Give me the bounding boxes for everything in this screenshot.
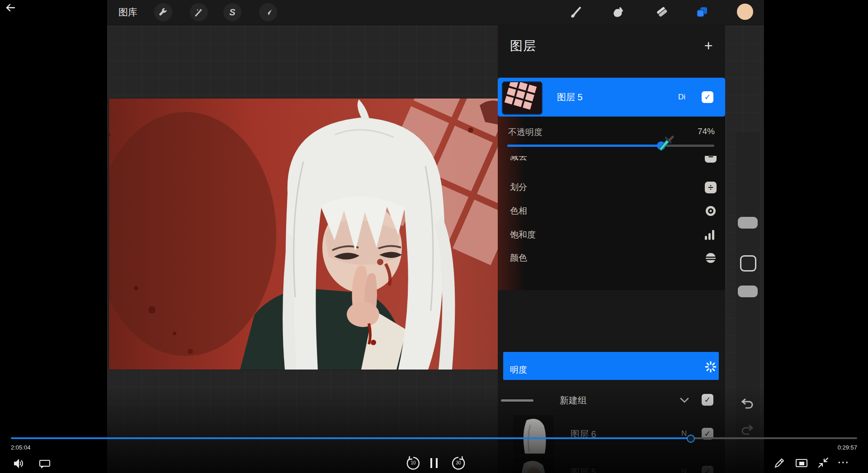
layer-visibility-checkbox[interactable]: ✓ xyxy=(702,91,713,103)
gallery-button[interactable]: 图库 xyxy=(118,6,137,19)
actions-wrench-button[interactable] xyxy=(154,3,172,21)
opacity-slider-fill xyxy=(507,145,660,147)
opacity-slider[interactable] xyxy=(507,145,714,147)
blend-mode-badge[interactable]: Di xyxy=(678,78,685,117)
chevron-down-icon[interactable] xyxy=(679,395,690,406)
transform-arrow-button[interactable] xyxy=(259,3,277,21)
blend-mode-badge[interactable]: N xyxy=(681,467,687,473)
blend-mode-row-saturation[interactable]: 饱和度 xyxy=(498,223,721,247)
progress-bar-fill xyxy=(11,437,690,439)
layers-panel: 图层 + 图层 5 Di ✓ 不透明度 74% 减去 − xyxy=(498,25,725,473)
adjustments-wand-button[interactable] xyxy=(190,3,208,21)
progress-knob[interactable] xyxy=(687,435,695,443)
transform-arrow-icon xyxy=(263,7,273,17)
layer-name: 图层 5 xyxy=(557,78,583,117)
opacity-value: 74% xyxy=(671,126,715,136)
color-blend-icon xyxy=(705,252,717,264)
modify-button[interactable] xyxy=(740,255,756,272)
eraser-icon xyxy=(656,5,669,19)
blend-dropdown: 不透明度 74% 减去 − 划分 ÷ 色相 饱和度 xyxy=(498,117,725,290)
group-visibility-checkbox[interactable]: ✓ xyxy=(702,394,713,406)
subtract-icon: − xyxy=(705,156,717,163)
brush-opacity-slider-handle[interactable] xyxy=(738,286,758,297)
smudge-finger-icon xyxy=(611,5,625,19)
group-row[interactable]: 新建组 ✓ xyxy=(498,389,725,412)
layer-thumbnail xyxy=(513,415,554,454)
exit-fullscreen-button[interactable] xyxy=(816,455,831,470)
luminosity-icon xyxy=(705,361,717,373)
layer-row-6[interactable]: 图层 6 N ✓ xyxy=(498,415,725,454)
undo-button[interactable] xyxy=(741,398,754,410)
blend-mode-row-hue[interactable]: 色相 xyxy=(498,199,721,223)
sword-cursor xyxy=(656,134,675,152)
brush-tool-button[interactable] xyxy=(568,4,584,21)
pause-button[interactable] xyxy=(428,457,440,469)
brush-size-slider-handle[interactable] xyxy=(738,217,758,229)
saturation-icon xyxy=(705,229,717,240)
magic-wand-icon xyxy=(194,7,204,17)
layer-row-selected[interactable]: 图层 5 Di ✓ xyxy=(498,78,725,117)
brush-sidebar xyxy=(736,132,760,473)
layers-panel-title: 图层 xyxy=(510,37,536,55)
remaining-time: 0:29:57 xyxy=(812,444,857,451)
painting-canvas[interactable] xyxy=(109,98,516,370)
layer-row-5-bottom[interactable]: 图层 5 N ✓ xyxy=(498,456,725,473)
blend-mode-row-luminosity-selected[interactable]: 明度 xyxy=(503,352,719,380)
eraser-tool-button[interactable] xyxy=(654,4,670,21)
blend-mode-row-divide[interactable]: 划分 ÷ xyxy=(498,176,721,199)
volume-button[interactable] xyxy=(11,457,26,470)
redo-button[interactable] xyxy=(741,424,754,436)
layer-name: 图层 5 xyxy=(571,466,596,473)
divide-icon: ÷ xyxy=(705,182,717,193)
layer-visibility-checkbox[interactable]: ✓ xyxy=(702,466,713,473)
forward-amount: 30 xyxy=(450,460,467,465)
rewind-10-button[interactable]: 10 xyxy=(405,455,421,471)
selection-tool-button[interactable]: S xyxy=(223,3,241,21)
group-name: 新建组 xyxy=(560,394,587,407)
forward-30-button[interactable]: 30 xyxy=(450,455,467,471)
subtitles-button[interactable] xyxy=(37,457,52,470)
wrench-icon xyxy=(158,7,168,17)
blend-mode-row-color[interactable]: 颜色 xyxy=(498,246,721,270)
layer-thumbnail xyxy=(513,456,554,473)
more-options-button[interactable]: ⋯ xyxy=(837,455,850,469)
progress-bar[interactable] xyxy=(11,437,857,439)
smudge-tool-button[interactable] xyxy=(610,4,626,21)
layers-icon xyxy=(695,5,709,19)
color-swatch-button[interactable] xyxy=(737,4,753,20)
group-collapsed-line xyxy=(501,399,533,402)
annotate-pencil-button[interactable] xyxy=(772,456,787,470)
pip-button[interactable] xyxy=(794,457,809,469)
selection-s-icon: S xyxy=(229,7,235,18)
brush-icon xyxy=(569,5,583,19)
hue-icon xyxy=(705,205,717,217)
back-button[interactable] xyxy=(4,2,17,14)
add-layer-button[interactable]: + xyxy=(700,37,717,54)
current-time: 2:05:04 xyxy=(11,444,30,451)
blend-mode-row-partial[interactable]: 减去 − xyxy=(498,156,721,169)
artwork xyxy=(109,98,516,370)
blend-mode-badge[interactable]: N xyxy=(681,429,687,438)
opacity-label: 不透明度 xyxy=(508,126,542,138)
layers-panel-button[interactable] xyxy=(694,4,710,21)
layer-thumbnail xyxy=(502,81,542,115)
rewind-amount: 10 xyxy=(405,460,421,465)
